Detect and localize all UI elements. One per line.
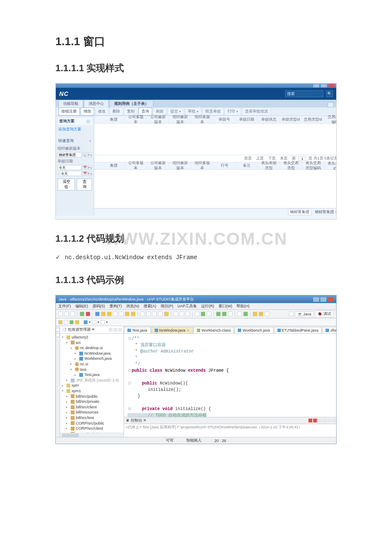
etab-test[interactable]: Test.java (124, 327, 151, 333)
pg-first[interactable]: 首页 (242, 156, 254, 161)
new-icon[interactable] (58, 312, 63, 316)
build-icon[interactable] (101, 312, 106, 316)
pg-input[interactable] (298, 156, 306, 161)
col-trxcode[interactable]: 交易类型编码 (324, 115, 337, 125)
fx-icon[interactable]: Fx (88, 153, 92, 157)
fx-icon[interactable]: Fx (88, 171, 92, 176)
restore-icon[interactable] (328, 102, 334, 107)
stop-icon[interactable] (86, 312, 90, 316)
menu-edit[interactable]: 编辑(E) (75, 304, 88, 309)
maximize-button[interactable] (320, 297, 326, 302)
col-typeid[interactable]: 单据类型id (280, 117, 302, 122)
input-date2[interactable] (60, 171, 82, 176)
persp-java[interactable]: ☕ Java (295, 311, 314, 317)
col-omv[interactable]: 组织多版本 (191, 115, 213, 125)
btn-print[interactable]: 打印▾ (225, 107, 241, 116)
misc2-icon[interactable] (207, 312, 211, 316)
collapse-icon[interactable] (109, 328, 112, 332)
menu-project[interactable]: 项目(P) (161, 304, 173, 309)
etab-wbclass[interactable]: Workbench.class (193, 327, 234, 333)
side-add-scheme[interactable]: 添加查询方案 (58, 126, 92, 133)
t2-icon[interactable] (58, 320, 63, 324)
col2-hid[interactable]: 表头单据ID (324, 161, 337, 171)
persp-open-icon[interactable] (289, 312, 294, 316)
t2-icon6[interactable] (92, 320, 96, 324)
menu-refactor[interactable]: 重构(T) (110, 304, 122, 309)
cons-tool-icon[interactable] (332, 419, 336, 422)
lookup-icon[interactable]: Q (83, 153, 87, 157)
play-icon[interactable] (216, 312, 221, 316)
misc-icon[interactable] (195, 312, 199, 316)
save-icon[interactable] (64, 312, 69, 316)
type-icon[interactable] (243, 312, 248, 316)
gutter-icon[interactable] (56, 333, 60, 337)
search2-icon[interactable] (173, 312, 178, 316)
terminate-icon[interactable] (308, 419, 312, 422)
tool4-icon[interactable] (158, 312, 163, 316)
tool5-icon[interactable] (164, 312, 169, 316)
search-input[interactable]: 搜索 (285, 90, 323, 97)
maximize-button[interactable] (321, 84, 327, 87)
run2-icon[interactable] (201, 312, 205, 316)
cons-tool-icon[interactable] (323, 419, 326, 422)
btn-register[interactable]: 按钮注册 (58, 107, 80, 116)
col-trxid[interactable]: 交易类型id (302, 117, 324, 122)
folder-icon[interactable] (113, 312, 118, 316)
col2-row[interactable]: 行号 (213, 163, 236, 168)
search-icon[interactable]: 🔍 (326, 90, 333, 97)
ecl-console[interactable]: <已终止> Test [Java 应用程序] F:\projectsv6\UAP… (124, 424, 337, 437)
menu-file[interactable]: 文件(F) (58, 304, 71, 309)
menu-uap[interactable]: UAP工具集 (178, 304, 197, 309)
cons-tool-icon[interactable] (327, 419, 331, 422)
tab-rule[interactable]: 规则用例（主子表） (110, 100, 153, 107)
col-no[interactable]: 单据号 (213, 117, 236, 122)
col-date[interactable]: 单据日期 (236, 117, 258, 122)
remove-icon[interactable] (313, 419, 317, 422)
menu-source[interactable]: 源码(S) (92, 304, 105, 309)
btn-edit[interactable]: 修改 (95, 107, 109, 116)
col-cmv[interactable]: 公司多版本 (125, 115, 147, 125)
ecl-code-editor[interactable]: ⊟/** * 顶层窗口容器 * @author Administrator * … (124, 334, 337, 417)
ecl-console-tab[interactable]: 控制台 (131, 418, 142, 422)
input-org[interactable] (58, 152, 82, 157)
up-icon[interactable] (265, 312, 269, 316)
build2-icon[interactable] (107, 312, 112, 316)
t2-icon5[interactable] (84, 320, 88, 324)
btn-do-query[interactable]: 查 询 (77, 179, 92, 191)
etab-wbjava[interactable]: Workbench.java (234, 327, 273, 333)
fx-icon[interactable]: Fx (88, 165, 92, 170)
btn-add[interactable]: 增加 (81, 107, 94, 116)
t2-icon4[interactable] (75, 320, 79, 324)
tool2-icon[interactable] (146, 312, 151, 316)
star-icon[interactable] (125, 312, 130, 316)
close-button[interactable] (328, 297, 334, 302)
menu-window[interactable]: 窗口(W) (219, 304, 233, 309)
input-date[interactable] (58, 165, 82, 170)
btn-view[interactable]: 查看审批情况 (242, 107, 271, 116)
ext-icon[interactable] (228, 312, 233, 316)
removeall-icon[interactable] (318, 419, 322, 422)
etab-etj[interactable]: ETJTabbedPane.java (274, 327, 322, 333)
t2-icon2[interactable] (64, 320, 68, 324)
t2-icon3[interactable] (69, 320, 74, 324)
col2-note[interactable]: 备注 (236, 163, 258, 168)
col2-group[interactable]: 集团 (103, 163, 125, 168)
col-onv[interactable]: 组织最新版本 (169, 115, 191, 125)
tool-icon[interactable] (140, 312, 145, 316)
back-icon[interactable] (253, 312, 257, 316)
tab-nav[interactable]: 功能导航 (58, 100, 83, 107)
menu-run[interactable]: 运行(R) (201, 304, 214, 309)
minimize-button[interactable] (313, 84, 319, 87)
debug-icon[interactable] (95, 312, 100, 316)
run-icon[interactable] (80, 312, 84, 316)
tab-msg[interactable]: 消息中心 (84, 100, 109, 107)
pin-icon[interactable] (86, 119, 90, 124)
menu-help[interactable]: 帮助(H) (236, 304, 250, 309)
minimize-button[interactable] (313, 297, 319, 302)
fwd-icon[interactable] (259, 312, 263, 316)
calendar-icon[interactable]: 📅 (83, 171, 87, 176)
tool3-icon[interactable] (152, 312, 157, 316)
col-group[interactable]: 集团 (103, 117, 125, 122)
etab-jframe1[interactable]: Jframe1.java (322, 327, 337, 333)
t2-icon7[interactable] (101, 320, 105, 324)
